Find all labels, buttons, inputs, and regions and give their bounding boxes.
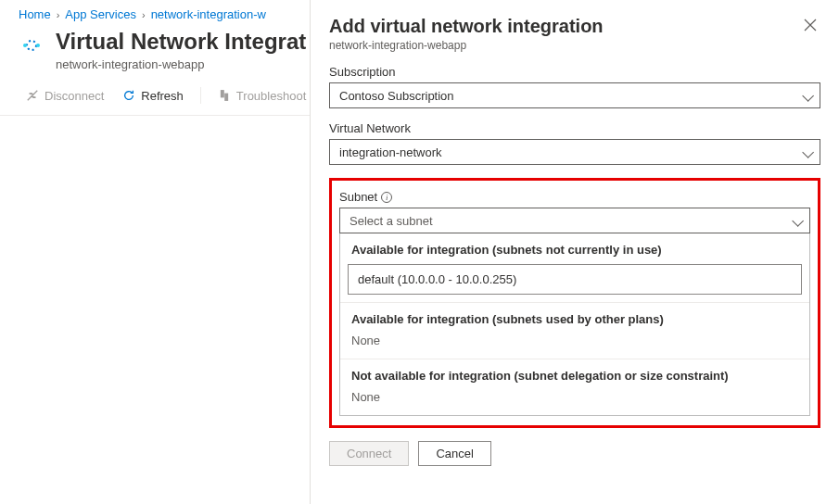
vnet-select[interactable]: integration-network <box>329 139 820 165</box>
troubleshoot-button: Troubleshoot <box>210 84 313 107</box>
svg-rect-4 <box>225 94 228 101</box>
available-used-none: None <box>340 334 809 359</box>
subscription-field: Subscription Contoso Subscription <box>329 65 820 108</box>
subnet-label: Subnet <box>339 190 377 204</box>
subscription-value: Contoso Subscription <box>339 89 454 103</box>
subnet-option-default[interactable]: default (10.0.0.0 - 10.0.0.255) <box>348 264 802 295</box>
breadcrumb-resource[interactable]: network-integration-w <box>151 7 266 21</box>
page-subtitle: network-integration-webapp <box>56 57 306 71</box>
troubleshoot-icon <box>218 89 231 102</box>
refresh-label: Refresh <box>141 89 184 103</box>
section-available-used: Available for integration (subnets used … <box>340 302 809 334</box>
subnet-placeholder: Select a subnet <box>350 214 433 228</box>
vnet-icon <box>19 32 44 58</box>
section-available-free: Available for integration (subnets not c… <box>340 233 809 264</box>
breadcrumb-home[interactable]: Home <box>19 7 51 21</box>
subnet-field: Subnet i Select a subnet Available for i… <box>339 190 810 416</box>
vnet-value: integration-network <box>339 145 442 159</box>
connect-button: Connect <box>329 441 409 466</box>
subnet-dropdown: Available for integration (subnets not c… <box>339 233 810 416</box>
close-button[interactable] <box>800 15 820 37</box>
not-available-none: None <box>340 390 809 415</box>
info-icon[interactable]: i <box>381 192 392 203</box>
subscription-select[interactable]: Contoso Subscription <box>329 82 820 108</box>
breadcrumb-app-services[interactable]: App Services <box>65 7 136 21</box>
troubleshoot-label: Troubleshoot <box>236 89 306 103</box>
refresh-icon <box>122 89 135 102</box>
add-vnet-panel: Add virtual network integration network-… <box>310 0 839 504</box>
svg-rect-3 <box>221 91 223 97</box>
close-icon <box>804 19 817 34</box>
toolbar-separator <box>200 87 201 104</box>
disconnect-label: Disconnect <box>44 89 104 103</box>
panel-title: Add virtual network integration <box>329 15 604 37</box>
panel-actions: Connect Cancel <box>329 428 820 479</box>
panel-subtitle: network-integration-webapp <box>329 39 604 52</box>
svg-point-2 <box>36 44 40 47</box>
cancel-button[interactable]: Cancel <box>418 441 490 466</box>
subscription-label: Subscription <box>329 65 820 79</box>
svg-point-1 <box>23 44 27 47</box>
svg-point-0 <box>27 41 36 50</box>
section-not-available: Not available for integration (subnet de… <box>340 359 809 390</box>
disconnect-icon <box>26 89 39 102</box>
page-title: Virtual Network Integrat <box>56 29 306 56</box>
vnet-label: Virtual Network <box>329 121 820 135</box>
chevron-right-icon: › <box>142 9 146 20</box>
subnet-select[interactable]: Select a subnet <box>339 208 810 233</box>
vnet-field: Virtual Network integration-network <box>329 121 820 165</box>
refresh-button[interactable]: Refresh <box>115 84 191 107</box>
chevron-right-icon: › <box>57 9 60 20</box>
subnet-highlight: Subnet i Select a subnet Available for i… <box>329 178 820 428</box>
disconnect-button: Disconnect <box>19 84 111 107</box>
